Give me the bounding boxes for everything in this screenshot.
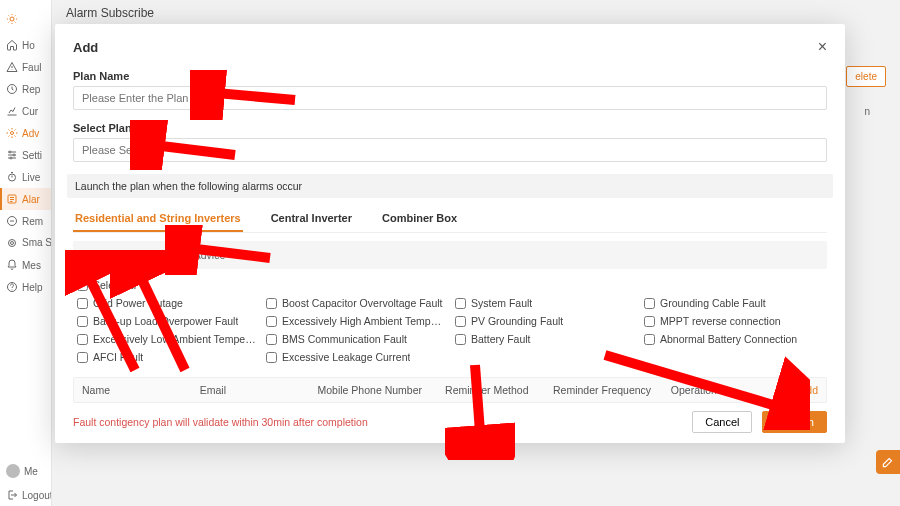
- fault-check-grid: Select All Grid Power Outage Boost Capac…: [73, 269, 827, 377]
- add-modal: Add × Plan Name Select Plant Launch the …: [55, 24, 845, 443]
- plan-name-input[interactable]: [73, 86, 827, 110]
- check-item[interactable]: Grid Power Outage: [77, 297, 256, 309]
- check-item[interactable]: Excessively High Ambient Temperat: [266, 315, 445, 327]
- col-frequency: Reminder Frequency: [553, 384, 671, 396]
- check-item[interactable]: Battery Fault: [455, 333, 634, 345]
- tab-residential[interactable]: Residential and String Inverters: [73, 206, 243, 232]
- subtab-alarm[interactable]: Alarm: [132, 246, 175, 264]
- plan-name-label: Plan Name: [73, 70, 827, 82]
- check-item[interactable]: PV Grounding Fault: [455, 315, 634, 327]
- tab-combiner[interactable]: Combiner Box: [380, 206, 459, 232]
- tab-central[interactable]: Central Inverter: [269, 206, 354, 232]
- device-tabs: Residential and String Inverters Central…: [73, 206, 827, 233]
- check-item[interactable]: System Fault: [455, 297, 634, 309]
- select-plant-input[interactable]: [73, 138, 827, 162]
- modal-title: Add: [73, 40, 98, 55]
- check-select-all[interactable]: Select All: [77, 279, 823, 291]
- check-item[interactable]: MPPT reverse connection: [644, 315, 823, 327]
- close-icon[interactable]: ×: [818, 38, 827, 56]
- select-plant-label: Select Plant: [73, 122, 827, 134]
- check-item[interactable]: Excessive Leakage Current: [266, 351, 445, 363]
- modal-backdrop: Add × Plan Name Select Plant Launch the …: [0, 0, 900, 506]
- check-item[interactable]: Grounding Cable Fault: [644, 297, 823, 309]
- subtab-fault[interactable]: Fault: [83, 246, 122, 264]
- info-strip: Launch the plan when the following alarm…: [67, 174, 833, 198]
- confirm-button[interactable]: Confirm: [762, 411, 827, 433]
- sub-tabs: Fault Alarm Advice: [73, 241, 827, 269]
- recipient-table: Name Email Mobile Phone Number Reminder …: [73, 377, 827, 403]
- check-item[interactable]: Boost Capacitor Overvoltage Fault: [266, 297, 445, 309]
- col-name: Name: [82, 384, 200, 396]
- col-email: Email: [200, 384, 318, 396]
- check-item[interactable]: BMS Communication Fault: [266, 333, 445, 345]
- check-item[interactable]: Excessively Low Ambient Temperat: [77, 333, 256, 345]
- edit-icon: [881, 455, 895, 469]
- subtab-advice[interactable]: Advice: [186, 246, 234, 264]
- check-item[interactable]: Back-up Load Overpower Fault: [77, 315, 256, 327]
- warning-text: Fault contigency plan will validate with…: [73, 416, 682, 428]
- floating-edit-button[interactable]: [876, 450, 900, 474]
- add-recipient-link[interactable]: +Add: [759, 384, 818, 396]
- col-method: Reminder Method: [445, 384, 553, 396]
- check-item[interactable]: AFCI Fault: [77, 351, 256, 363]
- check-item[interactable]: Abnormal Battery Connection: [644, 333, 823, 345]
- col-operation: Operation: [671, 384, 759, 396]
- col-phone: Mobile Phone Number: [318, 384, 446, 396]
- cancel-button[interactable]: Cancel: [692, 411, 752, 433]
